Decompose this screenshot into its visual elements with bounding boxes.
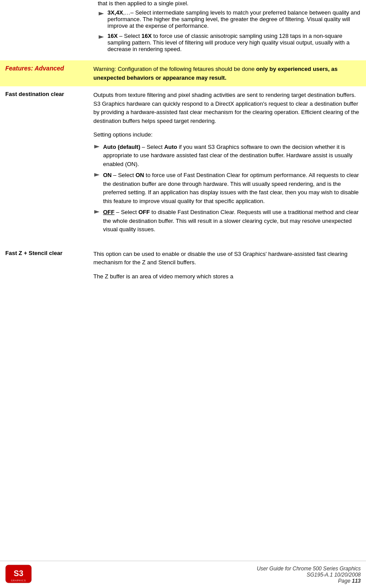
bullet-arrow-auto-icon	[93, 143, 100, 150]
fast-dest-label: Fast destination clear	[5, 91, 64, 97]
main-table: Features: Advanced Warning: Configuratio…	[0, 60, 366, 284]
s3-logo: S3 GRAPHICS	[5, 565, 32, 584]
svg-marker-0	[99, 12, 104, 15]
fast-dest-auto-text: Auto (default) – Select Auto if you want…	[103, 143, 361, 169]
fast-dest-off-text: OFF – Select OFF to disable Fast Destina…	[103, 208, 361, 234]
fast-z-label: Fast Z + Stencil clear	[5, 250, 63, 256]
footer-page: Page 113	[257, 578, 361, 584]
fast-dest-bullet-list: Auto (default) – Select Auto if you want…	[93, 143, 361, 234]
warning-intro: Warning: Configuration of the following …	[93, 66, 256, 72]
fast-dest-description: Outputs from texture filtering and pixel…	[93, 91, 361, 125]
fast-dest-left: Fast destination clear	[0, 86, 88, 241]
svg-marker-2	[94, 145, 100, 148]
top-section: that is then applied to a single pixel. …	[0, 0, 366, 60]
fast-dest-on-text: ON – Select ON to force use of Fast Dest…	[103, 171, 361, 205]
bullet-16x: 16X – Select 16X to force use of classic…	[98, 33, 361, 52]
fast-z-stencil-row: Fast Z + Stencil clear This option can b…	[0, 241, 366, 285]
fast-z-text1: This option can be used to enable or dis…	[93, 250, 361, 267]
bullet-16x-text: 16X – Select 16X to force use of classic…	[107, 33, 361, 52]
footer-page-label: Page	[338, 578, 352, 584]
fast-z-right: This option can be used to enable or dis…	[88, 241, 366, 285]
fast-dest-bullet-auto: Auto (default) – Select Auto if you want…	[93, 143, 361, 169]
svg-marker-4	[94, 210, 100, 214]
setting-intro: Setting options include:	[93, 130, 361, 139]
footer: S3 GRAPHICS User Guide for Chrome 500 Se…	[0, 561, 366, 588]
svg-marker-1	[99, 35, 104, 39]
bullet-arrow-icon-2	[98, 33, 105, 41]
footer-text-block: User Guide for Chrome 500 Series Graphic…	[257, 566, 361, 584]
footer-doc-number: SG195-A.1 10/20/2008	[257, 572, 361, 578]
top-bullets-list: 3X,4X,…– Select intermediate sampling le…	[98, 9, 361, 52]
fast-dest-right: Outputs from texture filtering and pixel…	[88, 86, 366, 241]
fast-dest-bullet-off: OFF – Select OFF to disable Fast Destina…	[93, 208, 361, 234]
page: that is then applied to a single pixel. …	[0, 0, 366, 588]
fast-z-left: Fast Z + Stencil clear	[0, 241, 88, 285]
setting-options: Setting options include: Auto (default) …	[93, 130, 361, 234]
bullet-arrow-icon	[98, 10, 105, 17]
svg-text:GRAPHICS: GRAPHICS	[11, 579, 26, 582]
bullet-arrow-on-icon	[93, 171, 100, 178]
features-row: Features: Advanced Warning: Configuratio…	[0, 60, 366, 86]
features-left-cell: Features: Advanced	[0, 60, 88, 86]
svg-marker-3	[94, 173, 100, 177]
bullet-3x4x: 3X,4X,…– Select intermediate sampling le…	[98, 9, 361, 29]
features-label: Features: Advanced	[5, 65, 64, 72]
svg-text:S3: S3	[14, 569, 23, 578]
footer-doc-title: User Guide for Chrome 500 Series Graphic…	[257, 566, 361, 572]
intro-text: that is then applied to a single pixel.	[5, 0, 361, 7]
fast-dest-bullet-on: ON – Select ON to force use of Fast Dest…	[93, 171, 361, 205]
bullet-3x4x-text: 3X,4X,…– Select intermediate sampling le…	[107, 9, 361, 29]
footer-page-number: 113	[352, 578, 361, 584]
bullet-arrow-off-icon	[93, 208, 100, 215]
features-right-cell: Warning: Configuration of the following …	[88, 60, 366, 86]
fast-z-text2: The Z buffer is an area of video memory …	[93, 272, 361, 281]
fast-destination-clear-row: Fast destination clear Outputs from text…	[0, 86, 366, 241]
